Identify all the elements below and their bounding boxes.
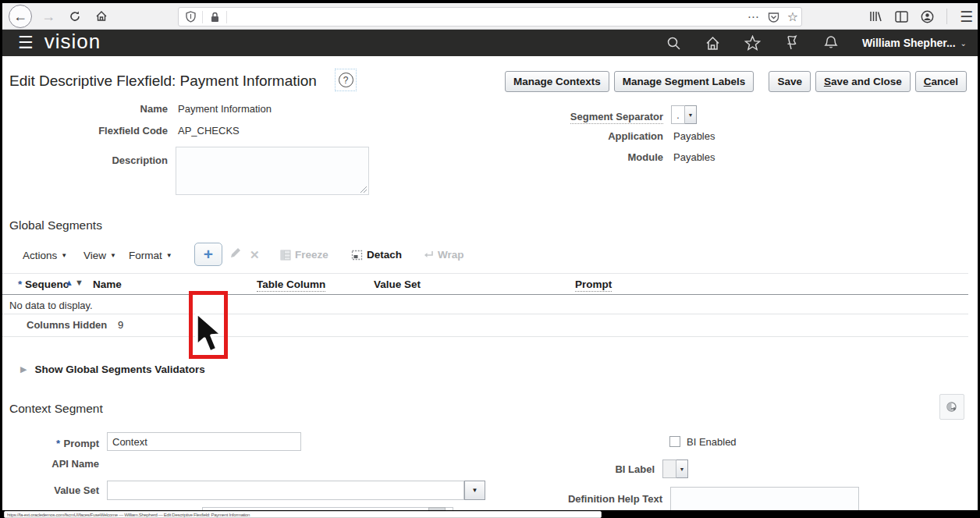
divider: [226, 11, 227, 23]
show-validators-toggle[interactable]: ▶ Show Global Segments Validators: [20, 364, 205, 375]
wrap-button[interactable]: Wrap: [422, 249, 464, 261]
empty-table-message: No data to display.: [9, 300, 93, 311]
description-label: Description: [2, 154, 168, 166]
screen-frame: ← → ⋯ ☆: [0, 0, 980, 518]
value-set-label: Value Set: [2, 484, 99, 496]
column-sequence[interactable]: * Sequenc: [18, 279, 69, 290]
menu-icon[interactable]: ☰: [960, 8, 973, 26]
wrap-arrow-icon: [422, 250, 434, 260]
show-validators-label: Show Global Segments Validators: [34, 364, 204, 375]
help-icon: ?: [339, 73, 353, 87]
reload-icon: [69, 10, 81, 23]
definition-help-text-label: Definition Help Text: [470, 493, 662, 505]
disclosure-triangle-icon: ▶: [20, 364, 27, 374]
caret-down-icon: ▼: [166, 252, 172, 259]
global-segments-heading: Global Segments: [9, 218, 102, 232]
address-bar[interactable]: ⋯ ☆: [178, 7, 802, 27]
columns-hidden-label: Columns Hidden: [27, 319, 107, 331]
flexfield-code-value: AP_CHECKS: [178, 125, 240, 137]
tracking-shield-icon[interactable]: [182, 9, 199, 26]
description-textarea[interactable]: [176, 147, 369, 195]
name-label: Name: [2, 103, 168, 115]
search-icon[interactable]: [666, 36, 681, 51]
edit-icon[interactable]: [229, 247, 242, 260]
create-segment-button[interactable]: +: [194, 243, 222, 266]
page-title: Edit Descriptive Flexfield: Payment Info…: [9, 73, 317, 90]
mouse-cursor: [192, 311, 228, 357]
save-and-close-button[interactable]: Save and Close: [815, 71, 911, 92]
view-menu[interactable]: View▼: [83, 250, 116, 261]
nav-drawer-icon[interactable]: ☰: [18, 34, 34, 51]
chevron-down-icon: ⌄: [960, 39, 967, 48]
divider: [946, 9, 947, 24]
wrap-label: Wrap: [438, 249, 464, 261]
column-sequence-label: Sequenc: [25, 279, 69, 290]
caret-down-icon: ▼: [110, 252, 116, 259]
divider: [202, 11, 203, 23]
status-link-tooltip: https://fa-ext.oracledemos.com/fscmUI/fa…: [4, 511, 602, 518]
definition-help-text-input[interactable]: [670, 487, 859, 510]
app-header: ☰ vision William Shepher... ⌄: [2, 30, 978, 56]
column-prompt[interactable]: Prompt: [575, 279, 612, 292]
detach-button[interactable]: Detach: [351, 249, 402, 261]
save-button[interactable]: Save: [769, 71, 811, 92]
sort-ascending-icon[interactable]: ▲: [65, 278, 73, 287]
bi-label-value: [662, 459, 676, 478]
segment-separator-label: Segment Separator: [570, 111, 663, 124]
home-nav-icon[interactable]: [705, 36, 721, 51]
actions-menu-label: Actions: [23, 250, 57, 261]
bookmark-star-icon[interactable]: ☆: [787, 9, 798, 24]
flexfield-code-label: Flexfield Code: [2, 125, 168, 137]
column-table-column[interactable]: Table Column: [257, 279, 325, 292]
page-actions-icon[interactable]: ⋯: [747, 10, 760, 24]
detach-icon: [351, 250, 363, 261]
freeze-button[interactable]: Freeze: [280, 249, 328, 261]
required-marker: *: [56, 438, 60, 449]
library-icon[interactable]: [869, 10, 882, 23]
delete-icon[interactable]: ✕: [250, 248, 260, 262]
application-value: Payables: [673, 130, 715, 142]
bi-enabled-checkbox[interactable]: [669, 436, 680, 447]
browser-toolbar: ← → ⋯ ☆: [2, 3, 978, 30]
page-content: Edit Descriptive Flexfield: Payment Info…: [2, 56, 978, 510]
bi-label-label: BI Label: [470, 463, 655, 475]
panel-splitter-button[interactable]: [939, 394, 964, 420]
dropdown-caret-icon[interactable]: ▼: [685, 105, 697, 124]
api-name-label: API Name: [2, 458, 99, 470]
status-link-text: https://fa-ext.oracledemos.com/fscmUI/fa…: [5, 513, 250, 516]
lock-icon[interactable]: [206, 9, 223, 26]
user-menu[interactable]: William Shepher... ⌄: [862, 37, 967, 49]
browser-forward-button[interactable]: →: [37, 5, 60, 28]
browser-reload-button[interactable]: [63, 5, 87, 28]
resize-handle-icon[interactable]: [360, 186, 368, 193]
prompt-input[interactable]: Context: [107, 432, 301, 451]
help-button[interactable]: ?: [335, 69, 357, 91]
detach-label: Detach: [367, 249, 402, 261]
manage-contexts-button[interactable]: Manage Contexts: [505, 71, 609, 92]
name-value: Payment Information: [178, 103, 272, 115]
sort-descending-icon[interactable]: ▼: [75, 278, 83, 287]
favorites-star-icon[interactable]: [744, 35, 761, 51]
dropdown-caret-icon[interactable]: ▼: [676, 459, 688, 478]
brand-logo: vision: [44, 30, 101, 54]
pocket-icon[interactable]: [768, 12, 779, 23]
cancel-button[interactable]: Cancel: [915, 71, 967, 92]
sidebars-icon[interactable]: [895, 11, 908, 23]
actions-menu[interactable]: Actions▼: [23, 250, 67, 261]
bi-label-select[interactable]: ▼: [662, 459, 688, 478]
value-set-input[interactable]: [107, 481, 464, 500]
column-name[interactable]: Name: [93, 279, 122, 290]
flag-watchlist-icon[interactable]: [784, 35, 800, 51]
bell-notifications-icon[interactable]: [823, 35, 839, 51]
account-icon[interactable]: [921, 10, 934, 23]
browser-home-button[interactable]: [90, 5, 113, 28]
module-value: Payables: [673, 151, 715, 163]
column-value-set[interactable]: Value Set: [374, 279, 421, 290]
manage-segment-labels-button[interactable]: Manage Segment Labels: [614, 71, 755, 92]
required-marker: *: [18, 279, 22, 290]
divider: [2, 336, 968, 337]
module-label: Module: [470, 151, 663, 163]
format-menu[interactable]: Format▼: [129, 250, 172, 261]
segment-separator-select[interactable]: . ▼: [671, 105, 697, 124]
browser-back-button[interactable]: ←: [9, 5, 32, 28]
